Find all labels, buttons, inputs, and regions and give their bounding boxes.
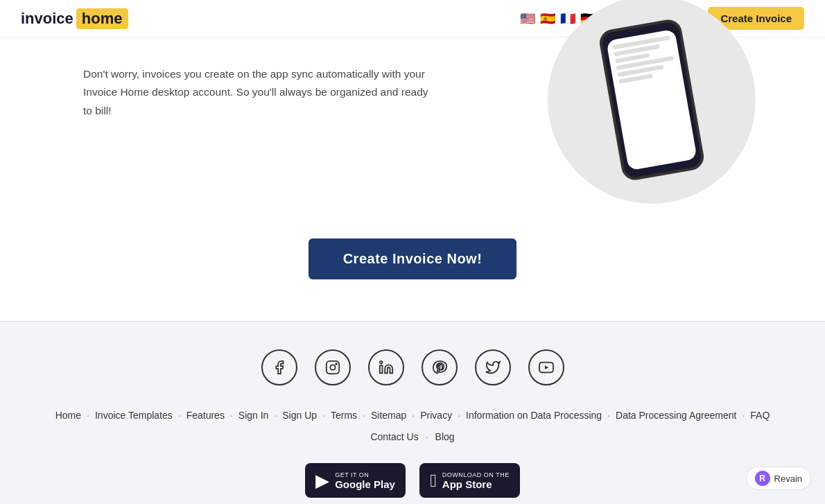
main-description: Don't worry, invoices you create on the … xyxy=(83,65,430,120)
revain-badge[interactable]: R Revain xyxy=(746,467,811,490)
footer-link-sign-in[interactable]: Sign In xyxy=(238,410,269,421)
twitter-icon[interactable] xyxy=(475,349,511,385)
app-store-large: App Store xyxy=(442,478,510,490)
sep5: · xyxy=(322,410,325,421)
revain-icon: R xyxy=(755,471,770,486)
footer-link-sitemap[interactable]: Sitemap xyxy=(371,410,406,421)
sep6: · xyxy=(363,410,365,421)
apple-icon:  xyxy=(430,470,437,492)
footer-link-features[interactable]: Features xyxy=(186,410,225,421)
footer-link-data-agreement[interactable]: Data Processing Agreement xyxy=(616,410,736,421)
app-badges: ▶ GET IT ON Google Play  Download on th… xyxy=(14,463,811,498)
sep8: · xyxy=(458,410,460,421)
footer-link-invoice-templates[interactable]: Invoice Templates xyxy=(95,410,173,421)
footer-link-contact[interactable]: Contact Us xyxy=(370,431,418,442)
phone-image xyxy=(548,51,770,190)
footer-link-sign-up[interactable]: Sign Up xyxy=(282,410,317,421)
phone-circle xyxy=(548,0,756,204)
svg-rect-0 xyxy=(326,361,338,374)
logo-home-text: home xyxy=(76,8,128,29)
cta-section: Create Invoice Now! xyxy=(0,211,825,321)
logo[interactable]: invoice home xyxy=(21,8,128,29)
svg-marker-5 xyxy=(544,365,548,370)
sep1: · xyxy=(87,410,89,421)
svg-rect-3 xyxy=(379,365,382,373)
footer-link-terms[interactable]: Terms xyxy=(331,410,357,421)
footer-link-faq[interactable]: FAQ xyxy=(750,410,770,421)
sep7: · xyxy=(412,410,415,421)
sep3: · xyxy=(230,410,233,421)
sep4: · xyxy=(274,410,277,421)
svg-point-4 xyxy=(379,361,382,364)
logo-invoice-text: invoice xyxy=(21,10,73,28)
youtube-icon[interactable] xyxy=(528,349,564,385)
flag-es[interactable]: 🇪🇸 xyxy=(540,12,558,25)
app-store-badge[interactable]:  Download on the App Store xyxy=(419,463,520,498)
footer-links-row2: Contact Us · Blog xyxy=(14,431,811,442)
phone-screen xyxy=(606,28,697,171)
footer-links-row1: Home · Invoice Templates · Features · Si… xyxy=(14,410,811,421)
phone-visual xyxy=(598,17,706,182)
svg-point-1 xyxy=(330,365,335,370)
app-store-small: Download on the xyxy=(442,471,510,478)
google-play-badge[interactable]: ▶ GET IT ON Google Play xyxy=(305,463,406,498)
sep9: · xyxy=(607,410,610,421)
revain-label: Revain xyxy=(774,473,802,484)
linkedin-icon[interactable] xyxy=(368,349,404,385)
main-content: Don't worry, invoices you create on the … xyxy=(0,37,825,211)
social-icons xyxy=(14,349,811,385)
sep2: · xyxy=(178,410,181,421)
google-play-icon: ▶ xyxy=(315,470,329,492)
sep11: · xyxy=(426,431,428,442)
pinterest-icon[interactable] xyxy=(422,349,458,385)
google-play-large: Google Play xyxy=(335,478,395,490)
app-store-text: Download on the App Store xyxy=(442,471,510,490)
footer-link-home[interactable]: Home xyxy=(55,410,81,421)
svg-point-2 xyxy=(336,363,337,365)
instagram-icon[interactable] xyxy=(315,349,351,385)
main-text: Don't worry, invoices you create on the … xyxy=(83,51,430,120)
sep10: · xyxy=(742,410,745,421)
facebook-icon[interactable] xyxy=(261,349,297,385)
create-invoice-now-button[interactable]: Create Invoice Now! xyxy=(309,238,517,279)
google-play-small: GET IT ON xyxy=(335,471,395,478)
footer-link-privacy[interactable]: Privacy xyxy=(420,410,452,421)
flag-us[interactable]: 🇺🇸 xyxy=(520,12,538,25)
footer: Home · Invoice Templates · Features · Si… xyxy=(0,321,825,504)
flag-fr[interactable]: 🇫🇷 xyxy=(560,12,578,25)
footer-link-data-processing[interactable]: Information on Data Processing xyxy=(466,410,602,421)
footer-link-blog[interactable]: Blog xyxy=(435,431,455,442)
google-play-text: GET IT ON Google Play xyxy=(335,471,395,490)
